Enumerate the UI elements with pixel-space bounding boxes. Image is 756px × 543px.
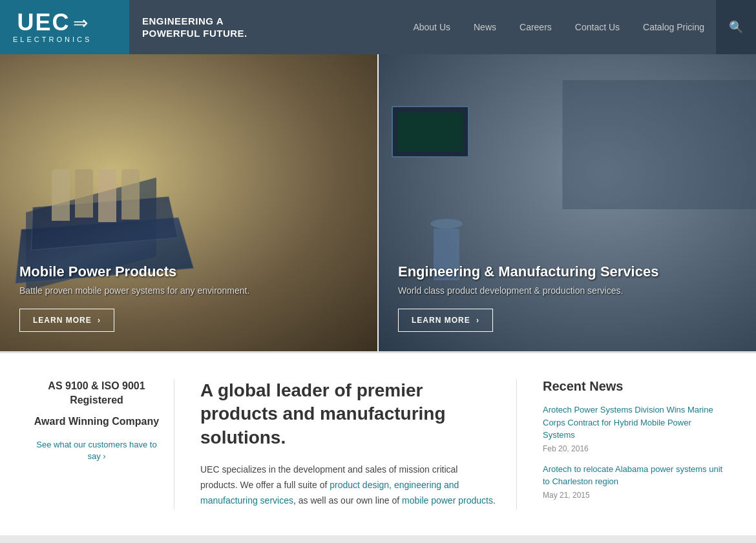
logo-area: UEC ⇒ ELECTRONICS [0,0,129,54]
arrow-icon: › [98,316,101,325]
hero-section: Mobile Power Products Battle proven mobi… [0,54,756,351]
hero-panel-right: Engineering & Manufacturing Services Wor… [379,54,756,351]
hero-right-learn-more-button[interactable]: LEARN MORE › [398,309,493,332]
nav-contact-us[interactable]: Contact Us [563,0,631,54]
nav-news[interactable]: News [462,0,508,54]
lab-equipment-decor [562,80,756,209]
nav-careers[interactable]: Careers [508,0,563,54]
global-desc: UEC specializes in the development and s… [200,462,497,508]
nav-catalog-pricing[interactable]: Catalog Pricing [631,0,716,54]
logo-arrow-icon: ⇒ [73,12,88,34]
hero-panel-left: Mobile Power Products Battle proven mobi… [0,54,377,351]
hero-left-subtitle: Battle proven mobile power systems for a… [19,285,358,296]
global-title: A global leader of premier products and … [200,379,497,449]
news-link-2[interactable]: Arotech to relocate Alabama power system… [543,463,724,488]
tagline: ENGINEERING A POWERFUL FUTURE. [142,15,247,40]
news-link-1[interactable]: Arotech Power Systems Division Wins Mari… [543,404,724,442]
news-item-1: Arotech Power Systems Division Wins Mari… [543,404,724,453]
bottom-section: AS 9100 & ISO 9001 Registered Award Winn… [0,351,756,535]
hero-left-content: Mobile Power Products Battle proven mobi… [19,263,358,332]
search-button[interactable]: 🔍 [716,0,756,54]
award-title: Award Winning Company [32,415,161,429]
hero-right-subtitle: World class product development & produc… [398,285,737,296]
hero-right-content: Engineering & Manufacturing Services Wor… [398,263,737,332]
certifications-panel: AS 9100 & ISO 9001 Registered Award Winn… [32,379,174,509]
recent-news-title: Recent News [543,379,724,394]
cert-title: AS 9100 & ISO 9001 Registered [32,379,161,408]
hero-left-learn-more-button[interactable]: LEARN MORE › [19,309,114,332]
arrow-icon-right: › [476,316,479,325]
nav-about-us[interactable]: About Us [401,0,462,54]
news-item-2: Arotech to relocate Alabama power system… [543,463,724,500]
recent-news-panel: Recent News Arotech Power Systems Divisi… [543,379,724,509]
logo-subtitle: ELECTRONICS [13,36,92,43]
site-header: UEC ⇒ ELECTRONICS ENGINEERING A POWERFUL… [0,0,756,54]
news-date-2: May 21, 2015 [543,491,724,500]
figure-group [52,169,140,222]
customers-link[interactable]: See what our customers have to say › [36,440,156,461]
monitor-decor [392,106,469,158]
search-icon: 🔍 [729,20,743,34]
global-leader-panel: A global leader of premier products and … [200,379,517,509]
mobile-power-link[interactable]: mobile power products [402,495,493,506]
logo-letters: UEC [17,11,70,34]
news-date-1: Feb 20, 2016 [543,444,724,453]
hero-right-title: Engineering & Manufacturing Services [398,263,737,280]
hero-left-title: Mobile Power Products [19,263,358,280]
main-nav: About Us News Careers Contact Us Catalog… [401,0,756,54]
logo-box: UEC ⇒ ELECTRONICS [13,11,92,43]
